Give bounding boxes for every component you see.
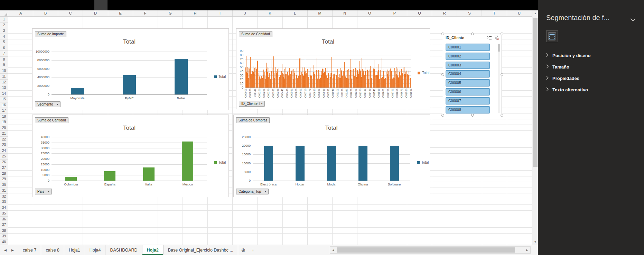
row-header-15[interactable]: 15	[0, 97, 8, 102]
selection-handle[interactable]	[471, 33, 474, 35]
scroll-right-icon[interactable]: ▶	[524, 247, 530, 253]
row-header-13[interactable]: 13	[0, 85, 8, 91]
data-bar[interactable]	[296, 146, 305, 181]
column-header-J[interactable]: J	[233, 10, 258, 16]
data-bar[interactable]	[390, 146, 399, 181]
data-bar[interactable]	[175, 59, 188, 94]
column-header-U[interactable]: U	[507, 10, 532, 16]
row-header-23[interactable]: 23	[0, 142, 8, 148]
pane-section-propiedades[interactable]: Propiedades	[538, 73, 644, 84]
data-bar[interactable]	[182, 142, 193, 181]
row-header-25[interactable]: 25	[0, 154, 8, 160]
selection-handle[interactable]	[441, 114, 444, 117]
row-header-35[interactable]: 35	[0, 211, 8, 217]
row-header-30[interactable]: 30	[0, 182, 8, 188]
row-header-29[interactable]: 29	[0, 176, 8, 182]
row-header-28[interactable]: 28	[0, 171, 8, 177]
data-bar[interactable]	[65, 177, 77, 181]
row-header-11[interactable]: 11	[0, 74, 8, 80]
column-header-N[interactable]: N	[333, 10, 357, 16]
row-header-17[interactable]: 17	[0, 108, 8, 114]
slicer-scrollbar-thumb[interactable]	[498, 44, 500, 52]
chart-legend[interactable]: Total	[418, 71, 429, 75]
row-header-40[interactable]: 40	[0, 239, 8, 245]
pivot-field-button[interactable]: Suma de Cantidad	[35, 117, 68, 123]
scroll-up-icon[interactable]: ▲	[532, 10, 538, 16]
sheet-tab-calse-8[interactable]: calse 8	[41, 245, 64, 255]
chart-legend[interactable]: Total	[214, 75, 226, 79]
slicer-item-C00006[interactable]: C00006	[446, 88, 490, 95]
pivot-filter-button[interactable]: Segmento▾	[35, 101, 60, 107]
pane-section-tama-o[interactable]: Tamaño	[538, 61, 644, 73]
prev-sheet-icon[interactable]: ◀	[4, 248, 7, 252]
slicer-item-C00005[interactable]: C00005	[446, 79, 490, 86]
column-header-H[interactable]: H	[183, 10, 208, 16]
pivot-chart-cantidad-pais[interactable]: Suma de CantidadTotal0500010000150002000…	[32, 115, 229, 197]
horizontal-scrollbar[interactable]: ◀ ▶	[330, 246, 531, 254]
column-header-I[interactable]: I	[208, 10, 233, 16]
data-bar[interactable]	[143, 167, 155, 181]
row-header-20[interactable]: 20	[0, 125, 8, 131]
row-header-33[interactable]: 33	[0, 199, 8, 205]
selection-handle[interactable]	[501, 33, 503, 35]
chart-title[interactable]: Total	[245, 38, 411, 45]
pivot-filter-button[interactable]: Categoria_Top▾	[236, 189, 269, 194]
row-header-18[interactable]: 18	[0, 114, 8, 120]
column-header-Q[interactable]: Q	[407, 10, 432, 16]
column-header-L[interactable]: L	[282, 10, 307, 16]
pane-section-posici-n-y-dise-o[interactable]: Posición y diseño	[538, 50, 644, 61]
row-header-5[interactable]: 5	[0, 39, 8, 45]
row-header-31[interactable]: 31	[0, 188, 8, 194]
sheet-tab-hoja1[interactable]: Hoja1	[64, 245, 85, 255]
column-header-B[interactable]: B	[33, 10, 58, 16]
row-header-12[interactable]: 12	[0, 80, 8, 85]
row-header-37[interactable]: 37	[0, 222, 8, 228]
chart-legend[interactable]: Total	[417, 161, 429, 164]
slicer-settings-icon[interactable]	[546, 30, 558, 42]
horizontal-scrollbar-thumb[interactable]	[337, 247, 515, 253]
slicer-id-cliente[interactable]: ID_Cliente C00001C00002C00003C00004C0000…	[443, 34, 502, 115]
row-header-19[interactable]: 19	[0, 119, 8, 125]
tab-scrollbar-splitter[interactable]: ⋮	[249, 245, 257, 255]
row-header-10[interactable]: 10	[0, 68, 8, 74]
row-header-2[interactable]: 2	[0, 22, 8, 28]
slicer-item-C00007[interactable]: C00007	[446, 97, 490, 104]
chart-title[interactable]: Total	[52, 38, 207, 45]
select-all-corner[interactable]	[0, 10, 8, 17]
row-header-22[interactable]: 22	[0, 137, 8, 143]
data-bar[interactable]	[104, 171, 115, 181]
selection-handle[interactable]	[501, 114, 503, 117]
chart-title[interactable]: Total	[52, 125, 207, 131]
column-header-T[interactable]: T	[482, 10, 507, 16]
selection-handle[interactable]	[441, 73, 444, 76]
column-header-A[interactable]: A	[8, 10, 33, 16]
vertical-scrollbar-thumb[interactable]	[533, 18, 538, 167]
pivot-filter-button[interactable]: País▾	[35, 189, 52, 194]
pivot-chart-importe-segmento[interactable]: Suma de ImporteTotal02000000400000060000…	[32, 28, 229, 110]
chevron-down-icon[interactable]	[630, 17, 636, 23]
pivot-field-button[interactable]: Suma de Cantidad	[239, 31, 272, 37]
column-header-O[interactable]: O	[357, 10, 382, 16]
chart-title[interactable]: Total	[253, 125, 410, 131]
selection-handle[interactable]	[471, 114, 474, 117]
new-sheet-icon[interactable]: ⊕	[238, 245, 249, 255]
sheet-tab-hoja2[interactable]: Hoja2	[142, 245, 164, 255]
column-header-C[interactable]: C	[58, 10, 83, 16]
slicer-item-C00003[interactable]: C00003	[446, 62, 490, 69]
row-header-38[interactable]: 38	[0, 228, 8, 234]
column-header-M[interactable]: M	[308, 10, 333, 16]
row-header-39[interactable]: 39	[0, 234, 8, 239]
pivot-field-button[interactable]: Suma de Importe	[35, 31, 66, 37]
column-header-D[interactable]: D	[83, 10, 108, 16]
row-header-4[interactable]: 4	[0, 34, 8, 40]
sheet-tab-calse-7[interactable]: calse 7	[18, 245, 41, 255]
row-header-36[interactable]: 36	[0, 217, 8, 222]
data-bar[interactable]	[123, 75, 136, 94]
slicer-item-C00008[interactable]: C00008	[446, 106, 490, 113]
row-header-14[interactable]: 14	[0, 91, 8, 97]
slicer-clear-filter-icon[interactable]	[494, 35, 500, 41]
sheet-tab-base-original-ejercicio-dashbc-[interactable]: Base Original_Ejercicio Dashbc ...	[164, 245, 238, 255]
selection-handle[interactable]	[441, 33, 444, 35]
pane-section-texto-alternativo[interactable]: Texto alternativo	[538, 84, 644, 95]
slicer-scrollbar[interactable]	[498, 44, 500, 113]
